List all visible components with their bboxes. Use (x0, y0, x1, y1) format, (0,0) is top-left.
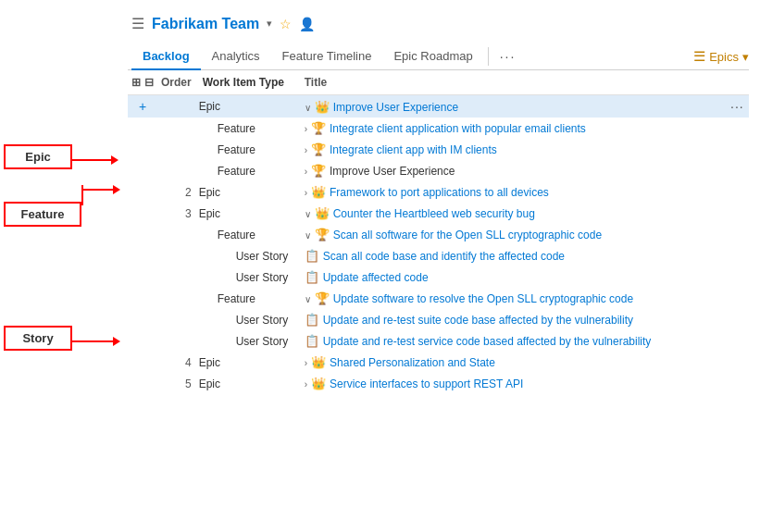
type-cell: Epic (199, 203, 301, 224)
item-more-button[interactable] (727, 352, 749, 373)
collapse-all-icon[interactable]: ⊟ (144, 76, 154, 89)
epics-list-icon: ☰ (693, 48, 705, 65)
order-cell (157, 288, 199, 309)
order-cell: 2 (157, 181, 199, 203)
team-name[interactable]: Fabrikam Team (152, 16, 259, 32)
feature-icon: 🏆 (315, 291, 330, 305)
table-row: 2 Epic ›👑Framework to port applications … (128, 181, 749, 203)
table-row: Feature ›🏆Integrate client app with IM c… (128, 139, 749, 160)
item-title-link[interactable]: Framework to port applications to all de… (330, 186, 549, 199)
people-icon[interactable]: 👤 (299, 17, 315, 31)
chevron-down-icon[interactable]: ∨ (305, 209, 311, 219)
backlog-table-wrap: ⊞ ⊟ Order Work Item Type Title + Epic (128, 70, 749, 532)
tab-analytics[interactable]: Analytics (201, 43, 271, 70)
item-more-button[interactable] (727, 245, 749, 266)
tab-backlog[interactable]: Backlog (131, 43, 201, 70)
item-title-link[interactable]: Service interfaces to support REST API (330, 377, 523, 390)
type-cell: Feature (199, 118, 301, 139)
chevron-right-icon[interactable]: › (305, 188, 307, 198)
epics-chevron-icon: ▾ (742, 50, 749, 64)
plus-button[interactable]: + (139, 99, 146, 114)
feature-icon: 🏆 (315, 228, 330, 241)
title-cell: ∨🏆Update software to resolve the Open SL… (301, 288, 727, 309)
title-cell: ›🏆Integrate client app with IM clients (301, 139, 727, 160)
table-row: User Story 📋Update affected code (128, 266, 749, 288)
item-title-link[interactable]: Update software to resolve the Open SLL … (333, 292, 633, 305)
item-more-button[interactable] (727, 330, 749, 352)
title-cell: ∨👑Improve User Experience (301, 95, 727, 118)
feature-annotation-box: Feature (4, 202, 81, 227)
item-more-button[interactable] (727, 373, 749, 394)
expand-controls: ⊞ ⊟ (131, 76, 154, 89)
type-cell: User Story (199, 245, 301, 266)
title-cell: ›👑Service interfaces to support REST API (301, 373, 727, 394)
title-cell: ›👑Framework to port applications to all … (301, 181, 727, 203)
item-more-button[interactable] (727, 288, 749, 309)
chevron-right-icon[interactable]: › (305, 145, 307, 155)
item-more-button[interactable] (727, 160, 749, 181)
type-cell: Epic (199, 373, 301, 394)
chevron-right-icon[interactable]: › (305, 167, 307, 177)
item-title-link[interactable]: Scan all software for the Open SLL crypt… (333, 229, 602, 241)
order-cell (157, 266, 199, 288)
chevron-down-icon[interactable]: ∨ (305, 230, 311, 241)
epic-icon: 👑 (311, 377, 326, 390)
chevron-right-icon[interactable]: › (305, 124, 307, 134)
story-icon: 📋 (305, 249, 319, 263)
item-more-button[interactable] (727, 118, 749, 139)
epic-icon: 👑 (315, 100, 330, 114)
order-cell (157, 118, 199, 139)
epic-annotation-box: Epic (4, 144, 72, 169)
item-more-button[interactable] (727, 309, 749, 330)
title-cell: 📋Update and re-test suite code base affe… (301, 309, 727, 330)
title-cell: ∨🏆Scan all software for the Open SLL cry… (301, 224, 727, 245)
col-title: Title (301, 70, 727, 95)
item-more-button[interactable] (727, 203, 749, 224)
feature-icon: 🏆 (311, 121, 326, 135)
item-title-link[interactable]: Integrate client app with IM clients (330, 143, 497, 156)
item-title-link[interactable]: Update affected code (323, 271, 429, 284)
table-row: Feature ∨🏆Update software to resolve the… (128, 288, 749, 309)
table-row: Feature ›🏆Integrate client application w… (128, 118, 749, 139)
feature-annotation-arrow2 (81, 185, 120, 194)
item-more-button[interactable] (727, 181, 749, 203)
table-row: 5 Epic ›👑Service interfaces to support R… (128, 373, 749, 394)
chevron-down-icon[interactable]: ∨ (305, 294, 311, 304)
story-icon: 📋 (305, 313, 319, 327)
order-cell: 3 (157, 203, 199, 224)
item-title-link[interactable]: Improve User Experience (333, 101, 458, 114)
chevron-down-icon[interactable]: ▾ (267, 18, 272, 30)
chevron-right-icon[interactable]: › (305, 358, 307, 368)
chevron-right-icon[interactable]: › (305, 379, 307, 390)
item-more-button[interactable] (727, 224, 749, 245)
tab-epic-roadmap[interactable]: Epic Roadmap (382, 43, 483, 70)
item-title-link[interactable]: Integrate client application with popula… (330, 122, 586, 135)
star-icon[interactable]: ☆ (280, 17, 292, 31)
item-title-link[interactable]: Update and re-test suite code base affec… (323, 314, 633, 327)
item-title-link[interactable]: Shared Personalization and State (330, 356, 495, 369)
type-cell: Epic (199, 352, 301, 373)
item-title-link[interactable]: Counter the Heartbleed web security bug (333, 207, 535, 220)
item-more-button[interactable]: ··· (727, 95, 749, 118)
story-icon: 📋 (305, 334, 319, 348)
order-cell (157, 309, 199, 330)
item-more-button[interactable] (727, 266, 749, 288)
item-title-link[interactable]: Update and re-test service code based af… (323, 335, 652, 348)
tab-divider (488, 47, 489, 66)
title-cell: ›🏆Integrate client application with popu… (301, 118, 727, 139)
expand-all-icon[interactable]: ⊞ (131, 76, 141, 89)
type-cell: Feature (199, 288, 301, 309)
item-more-button[interactable] (727, 139, 749, 160)
order-cell (157, 160, 199, 181)
title-cell: 📋Scan all code base and identify the aff… (301, 245, 727, 266)
tab-feature-timeline[interactable]: Feature Timeline (271, 43, 383, 70)
table-row: User Story 📋Update and re-test suite cod… (128, 309, 749, 330)
epics-label: Epics (709, 50, 739, 64)
item-title-link[interactable]: Scan all code base and identify the affe… (323, 250, 565, 263)
epics-button[interactable]: ☰ Epics ▾ (693, 48, 749, 65)
order-cell (157, 224, 199, 245)
type-cell: Epic (199, 95, 301, 118)
chevron-down-icon[interactable]: ∨ (305, 103, 311, 113)
tab-more-button[interactable]: ··· (492, 43, 524, 69)
epic-icon: 👑 (311, 185, 326, 199)
